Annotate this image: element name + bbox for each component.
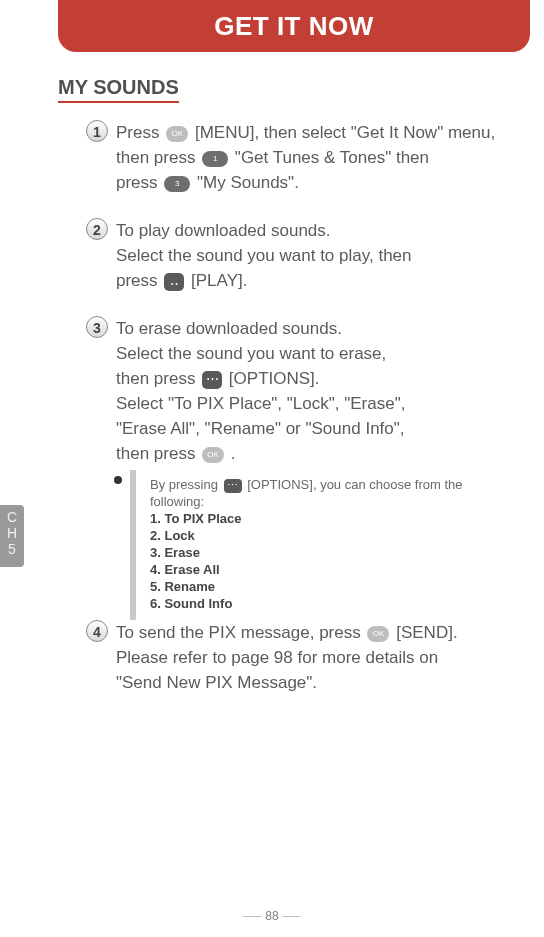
step-4: 4 To send the PIX message, press OK [SEN… [94,620,534,695]
step-number: 1 [86,120,108,142]
text: [PLAY]. [191,271,247,290]
text: [OPTIONS]. [229,369,320,388]
step-number: 4 [86,620,108,642]
note-item: 1. To PIX Place [150,511,242,526]
step-2: 2 To play downloaded sounds. Select the … [94,218,534,293]
note-item: 5. Rename [150,579,215,594]
text: then press [116,369,200,388]
text: press [116,173,162,192]
text: . [231,444,236,463]
text: press [116,271,162,290]
tab-line: H [0,525,24,541]
text: Press [116,123,164,142]
note-item: 4. Erase All [150,562,220,577]
text: then press [116,444,200,463]
step-3: 3 To erase downloaded sounds. Select the… [94,316,534,466]
step-body: To play downloaded sounds. Select the so… [116,218,534,293]
step-body: To send the PIX message, press OK [SEND]… [116,620,534,695]
text: To send the PIX message, press [116,623,365,642]
text: "My Sounds". [197,173,299,192]
text: [MENU], then select "Get It Now" menu, [195,123,495,142]
text: "Get Tunes & Tones" then [235,148,429,167]
softkey-icon: ⋯ [224,479,242,493]
note-item: 6. Sound Info [150,596,232,611]
step-1: 1 Press OK [MENU], then select "Get It N… [94,120,534,195]
key-3-icon: 3 [164,176,190,192]
text: Select the sound you want to erase, [116,344,386,363]
note-item: 2. Lock [150,528,195,543]
text: Please refer to page 98 for more details… [116,648,438,667]
text: [SEND]. [396,623,457,642]
options-note: By pressing ⋯ [OPTIONS], you can choose … [130,470,526,620]
note-intro: By pressing [150,477,222,492]
ok-key-icon: OK [202,447,224,463]
text: then press [116,148,200,167]
text: Select "To PIX Place", "Lock", "Erase", [116,394,405,413]
text: To play downloaded sounds. [116,221,331,240]
text: To erase downloaded sounds. [116,319,342,338]
title-text: GET IT NOW [214,11,374,41]
page-number: 88 [239,909,304,923]
text: "Send New PIX Message". [116,673,317,692]
text: Select the sound you want to play, then [116,246,412,265]
step-body: Press OK [MENU], then select "Get It Now… [116,120,534,195]
ok-key-icon: OK [166,126,188,142]
ok-key-icon: OK [367,626,389,642]
tab-line: C [0,509,24,525]
section-title: MY SOUNDS [58,76,179,103]
step-number: 3 [86,316,108,338]
softkey-icon: ‥ [164,273,184,291]
chapter-tab: C H 5 [0,505,24,567]
title-banner: GET IT NOW [58,0,530,52]
softkey-icon: ⋯ [202,371,222,389]
bullet-icon [114,476,122,484]
key-1-icon: 1 [202,151,228,167]
text: "Erase All", "Rename" or "Sound Info", [116,419,405,438]
note-item: 3. Erase [150,545,200,560]
step-number: 2 [86,218,108,240]
step-body: To erase downloaded sounds. Select the s… [116,316,534,466]
tab-line: 5 [0,541,24,557]
